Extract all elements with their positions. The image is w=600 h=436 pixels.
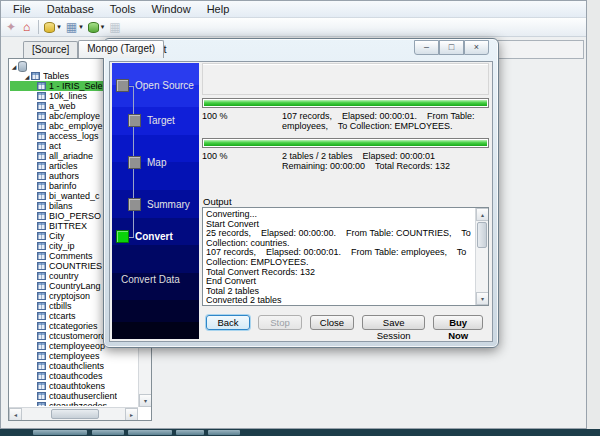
toolbar-icon: ✦ [6,21,16,33]
close-icon[interactable]: × [464,40,489,55]
stop-button[interactable]: Stop [258,315,302,330]
taskbar-button[interactable] [208,430,240,435]
tree-item-label: ctemployeeop [49,341,105,351]
tree-item-label: ctoauthtokens [49,381,105,391]
convert-dialog: Convert – □ × Open Source Target [103,38,499,348]
back-button[interactable]: Back [206,315,250,330]
tree-item-label: authors [49,171,79,181]
table-icon [37,382,46,390]
toolbar-separator[interactable] [35,19,41,36]
menu-item[interactable]: Tools [102,2,144,16]
scrollbar-thumb[interactable] [51,409,99,419]
tree-item-label: cryptojson [49,291,90,301]
tree-item[interactable]: ctoauthclients [10,361,137,371]
toolbar: ✦ ⌂ ▾ ▦ ▾ ▾ [1,18,586,37]
desktop: FileDatabaseToolsWindowHelp ✦ ⌂ ▾ ▦ [0,0,600,436]
tab-mongo-target[interactable]: Mongo (Target) [78,40,164,58]
tree-item-label: ctoauthclients [49,361,104,371]
table-icon [37,122,46,130]
table-icon [37,212,46,220]
convert-database-icon[interactable]: ▾ [86,19,107,36]
taskbar[interactable] [0,429,600,436]
table-icon [37,372,46,380]
taskbar-button[interactable] [176,430,204,435]
scroll-right-icon[interactable]: ▸ [125,408,138,421]
tree-item-label: ctoauthcodes [49,371,103,381]
chevron-down-icon: ▾ [79,23,83,31]
output-vertical-scrollbar[interactable]: ▴ ▾ [475,208,488,305]
new-database-icon[interactable]: ▾ [42,19,63,36]
minimize-button[interactable]: – [414,40,439,55]
expander-icon[interactable]: ◢ [10,63,18,70]
tree-item-label: abc_employe [49,121,103,131]
tree-item-label: ctbills [49,301,72,311]
tree-item[interactable]: ctemployees [10,351,137,361]
tree-item-label: ctcarts [49,311,76,321]
step-convert: Convert [116,230,173,243]
tree-item-label: Comments [49,251,93,261]
taskbar-button[interactable] [33,430,87,435]
output-log[interactable]: Converting...Start Convert25 records, El… [202,207,489,306]
connect-icon[interactable]: ✦ [4,19,20,36]
tree-item[interactable]: ctoauthuserclient [10,391,137,401]
tree-node-label: Tables [43,71,69,81]
expander-icon[interactable]: ◢ [23,73,31,80]
tree-item-label: bilans [49,201,73,211]
output-label: Output [203,196,232,207]
tree-item-label: CountryLang [49,281,101,291]
result-box [202,63,489,95]
progress-fill [204,100,487,106]
tree-item-label: bi_wanted_c [49,191,100,201]
table-icon [37,322,46,330]
table-icon [37,292,46,300]
table-icon [37,172,46,180]
tree-item-label: ctoauthuserclient [49,391,117,401]
scroll-up-icon[interactable]: ▴ [476,208,489,221]
output-line: 107 records, Elapsed: 00:00:01. From Tab… [206,248,472,267]
save-session-button[interactable]: Save Session [362,315,425,330]
tab-source[interactable]: [Source] [23,41,78,58]
table-view-icon[interactable]: ▦ ▾ [64,19,85,36]
taskbar-button[interactable] [128,430,172,435]
table-icon [37,102,46,110]
step-square-icon [128,198,141,211]
server-home-icon[interactable]: ⌂ [21,19,34,36]
progress-percent: 100 % [202,151,282,171]
tree-horizontal-scrollbar[interactable]: ◂ ▸ [9,407,138,420]
progress-detail: 2 tables / 2 tables Elapsed: 00:00:01 Re… [282,151,489,171]
tree-item-label: COUNTRIES [49,261,102,271]
toolbar-icon: ▦ [66,21,77,33]
step-label: Convert [135,231,173,242]
database-icon [18,61,27,72]
menu-item[interactable]: Help [199,2,238,16]
menu-item[interactable]: File [5,2,39,16]
tree-item-label: access_logs [49,131,99,141]
table-progress-text: 100 % 107 records, Elapsed: 00:00:01. Fr… [202,111,489,131]
step-square-icon [128,156,141,169]
buy-now-button[interactable]: Buy Now [433,315,483,330]
tree-item-label: a_web [49,101,76,111]
tree-item-label: city_ip [49,241,75,251]
menu-item[interactable]: Window [144,2,199,16]
table-icon [37,232,46,240]
close-button[interactable]: Close [310,315,354,330]
scroll-down-icon[interactable]: ▾ [476,292,489,305]
tree-item[interactable]: ctoauthcodes [10,371,137,381]
tree-item-label: City [49,231,65,241]
dialog-main-panel: 100 % 107 records, Elapsed: 00:00:01. Fr… [202,63,489,339]
table-icon [37,132,46,140]
scroll-down-icon[interactable]: ▾ [139,394,152,407]
tree-item[interactable]: ctoauthzcodes [10,401,137,406]
table-icon [31,72,40,80]
dialog-client-area: Open Source Target Map Summary Convert [109,61,493,342]
menu-item[interactable]: Database [39,2,102,16]
tree-item[interactable]: ctoauthtokens [10,381,137,391]
step-label: Open Source [135,80,194,91]
taskbar-button[interactable] [92,430,124,435]
export-icon[interactable]: ▦ [107,19,124,36]
progress-detail: 107 records, Elapsed: 00:00:01. From Tab… [282,111,489,131]
scrollbar-thumb[interactable] [477,222,487,248]
scroll-left-icon[interactable]: ◂ [9,408,22,421]
maximize-button[interactable]: □ [439,40,464,55]
tree-item-label: all_ariadne [49,151,93,161]
